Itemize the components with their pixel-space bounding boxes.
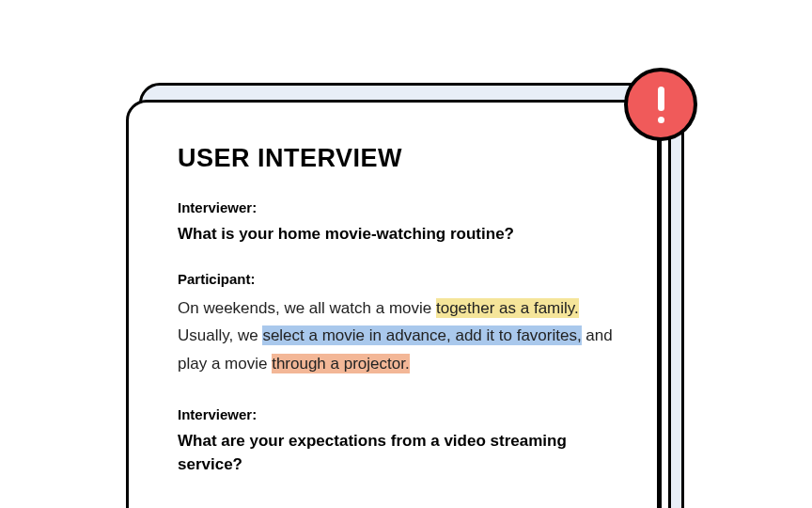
speaker-label: Interviewer:: [178, 199, 619, 215]
interview-block-1: Participant: On weekends, we all watch a…: [178, 271, 619, 378]
interview-question: What is your home movie-watching routine…: [178, 223, 619, 246]
exclamation-icon: [658, 87, 664, 111]
interview-block-0: Interviewer: What is your home movie-wat…: [178, 199, 619, 246]
document-title: USER INTERVIEW: [178, 144, 619, 173]
exclamation-dot-icon: [658, 117, 664, 123]
speaker-label: Interviewer:: [178, 406, 619, 422]
speaker-label: Participant:: [178, 271, 619, 287]
document-card: USER INTERVIEW Interviewer: What is your…: [126, 100, 671, 508]
highlight-blue[interactable]: select a movie in advance, add it to fav…: [262, 325, 581, 345]
answer-segment: On weekends, we all watch a movie: [178, 299, 436, 317]
interview-block-2: Interviewer: What are your expectations …: [178, 406, 619, 476]
highlight-yellow[interactable]: together as a family.: [436, 298, 579, 318]
interview-question: What are your expectations from a video …: [178, 430, 619, 476]
alert-badge[interactable]: [624, 68, 697, 141]
highlight-orange[interactable]: through a projector.: [272, 354, 409, 373]
alert-signpost-pole: [657, 139, 662, 508]
interview-answer: On weekends, we all watch a movie togeth…: [178, 294, 619, 378]
answer-segment: Usually, we: [178, 326, 262, 344]
